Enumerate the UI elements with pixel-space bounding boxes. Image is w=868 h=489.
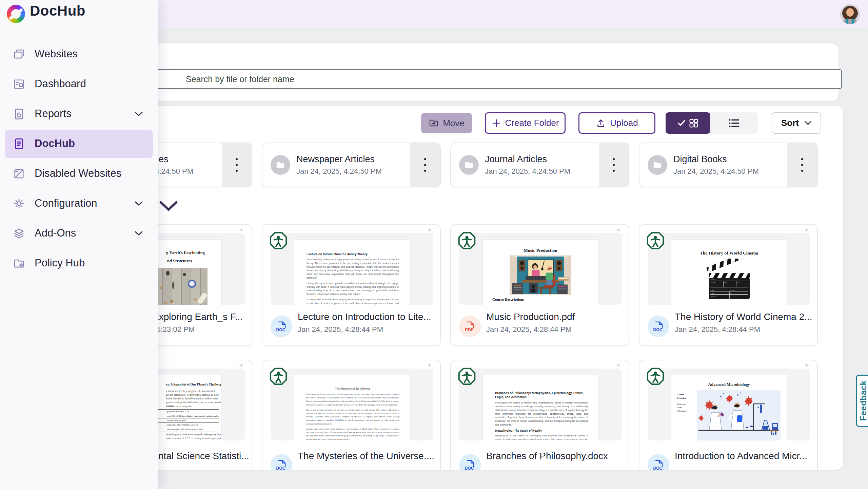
folder-date: Jan 24, 2025, 4:24:50 PM bbox=[296, 167, 382, 176]
table-row: ced annually: 380 million metric tons bbox=[154, 427, 219, 432]
doc-title: The History of World Cinema 2... bbox=[675, 312, 812, 322]
doc-thumbnail: The Mysteries of the Universe The myster… bbox=[271, 369, 433, 440]
svg-text:PDF: PDF bbox=[465, 327, 474, 332]
card-marker-icon: ∗ bbox=[239, 362, 243, 369]
thumb-paragraph: Metaphysics is the branch of philosophy … bbox=[495, 434, 588, 440]
accessibility-badge-icon bbox=[457, 231, 477, 250]
create-folder-button[interactable]: Create Folder bbox=[485, 112, 566, 134]
folder-kebab-menu[interactable] bbox=[787, 143, 817, 187]
upload-icon bbox=[596, 118, 606, 128]
doc-page-preview: Lecture on Introduction to Literary Theo… bbox=[294, 240, 410, 305]
sidebar-item-dochub[interactable]: DocHub bbox=[5, 130, 153, 158]
report-document-icon bbox=[12, 107, 26, 121]
chevron-down-icon bbox=[804, 120, 812, 126]
folder-card-digital-books[interactable]: Digital Books Jan 24, 2025, 4:24:50 PM bbox=[639, 143, 818, 187]
microbiology-lab-illustration bbox=[697, 390, 781, 440]
gear-icon bbox=[12, 197, 26, 210]
card-marker-icon: ∗ bbox=[239, 226, 243, 233]
search-input[interactable] bbox=[145, 69, 842, 89]
avatar-face bbox=[846, 8, 854, 17]
thumb-line: hasize the need for immediate action to … bbox=[166, 397, 221, 401]
avatar-body bbox=[843, 19, 857, 24]
doc-file-icon: DOC bbox=[271, 454, 292, 470]
doc-title: Lecture on Introduction to Lite... bbox=[298, 312, 431, 322]
doc-page-preview: The Mysteries of the Universe The myster… bbox=[294, 375, 410, 440]
doc-date: Jan 24, 2025, 4:28:44 PM bbox=[675, 325, 760, 334]
sidebar-item-add-ons[interactable]: Add-Ons bbox=[5, 219, 153, 248]
doc-title: Introduction to Advanced Micr... bbox=[675, 451, 807, 462]
doc-card-advanced-microbiology[interactable]: Advanced Microbiology Course Overview: W… bbox=[639, 360, 818, 470]
user-avatar[interactable] bbox=[840, 4, 860, 24]
thumb-line: t statistics in five key categories of e… bbox=[166, 390, 221, 393]
sidebar-item-dashboard[interactable]: Dashboard bbox=[5, 70, 153, 98]
thumb-paragraph: Another area of mystery in the universe … bbox=[306, 427, 399, 440]
doc-title: ntal Science Statisti... bbox=[158, 451, 249, 462]
doc-thumbnail: Advanced Microbiology Course Overview: W… bbox=[648, 369, 810, 440]
sidebar: DocHub Websites Dashboard Reports bbox=[0, 0, 158, 489]
thumb-line: erature increase of 1.2°C, is causing fa… bbox=[166, 437, 221, 440]
feedback-button[interactable]: Feedback bbox=[856, 375, 868, 427]
doc-page-preview: Advanced Microbiology Course Overview: W… bbox=[671, 375, 787, 440]
sidebar-item-label: Configuration bbox=[35, 197, 97, 209]
sidebar-item-reports[interactable]: Reports bbox=[5, 100, 153, 128]
upload-button[interactable]: Upload bbox=[578, 112, 655, 134]
plus-icon bbox=[492, 118, 501, 128]
thumb-title: Advanced Microbiology bbox=[671, 382, 787, 387]
doc-card-lecture-literary-theory[interactable]: Lecture on Introduction to Literary Theo… bbox=[262, 224, 441, 346]
thumb-line: practices and global collaboration, we c… bbox=[166, 401, 221, 405]
pdf-file-icon: PDF bbox=[459, 316, 481, 337]
sidebar-item-policy-hub[interactable]: Policy Hub bbox=[5, 249, 153, 278]
thumb-paragraph: Literary theory, at its core, provides u… bbox=[307, 282, 399, 296]
move-button[interactable]: Move bbox=[421, 113, 472, 133]
doc-title: Exploring Earth_s F... bbox=[153, 312, 243, 322]
sidebar-item-label: Websites bbox=[35, 48, 78, 60]
chevron-down-icon bbox=[134, 200, 143, 208]
folder-kebab-menu[interactable] bbox=[599, 143, 629, 187]
table-row: on hectares per year bbox=[154, 418, 219, 423]
doc-date: Jan 24, 2025, 4:28:44 PM bbox=[298, 325, 383, 334]
folder-kebab-menu[interactable] bbox=[410, 143, 440, 187]
thumb-heading: nd Structures bbox=[167, 259, 192, 264]
svg-text:DATE: DATE bbox=[711, 290, 714, 291]
svg-text:CAM: CAM bbox=[711, 293, 714, 294]
sidebar-item-configuration[interactable]: Configuration bbox=[5, 189, 153, 218]
thumb-line: Welcome bbox=[677, 402, 696, 406]
section-collapse-chevron[interactable] bbox=[159, 200, 178, 212]
doc-card-world-cinema[interactable]: The History of World Cinema bbox=[639, 224, 818, 346]
doc-thumbnail: The History of World Cinema bbox=[648, 233, 810, 305]
thumb-paragraph: To begin, let's consider why studying li… bbox=[307, 298, 399, 305]
sidebar-item-disabled-websites[interactable]: Disabled Websites bbox=[5, 159, 153, 188]
doc-card-branches-philosophy[interactable]: Branches of Philosophy: Metaphysics, Epi… bbox=[450, 360, 629, 470]
folder-kebab-menu[interactable] bbox=[222, 143, 252, 187]
svg-text:PROD.: PROD. bbox=[711, 279, 715, 280]
doc-card-music-production[interactable]: Music Production bbox=[450, 224, 629, 346]
avatar-strap bbox=[846, 19, 848, 24]
thumb-paragraph: The mysteries of the universe have fasci… bbox=[306, 393, 399, 407]
doc-date: Jan 24, 2025, 4:28:44 PM bbox=[486, 325, 572, 334]
doc-card-mysteries-universe[interactable]: The Mysteries of the Universe The myster… bbox=[262, 360, 441, 470]
accessibility-badge-icon bbox=[646, 231, 665, 250]
move-folder-icon bbox=[429, 118, 439, 128]
sidebar-item-websites[interactable]: Websites bbox=[5, 40, 153, 69]
folder-avatar bbox=[459, 155, 479, 175]
sort-button[interactable]: Sort bbox=[772, 112, 821, 134]
sidebar-item-label: Reports bbox=[35, 108, 72, 120]
thumb-paragraph: One of the greatest mysteries of the uni… bbox=[306, 408, 399, 426]
statistics-table: perature increase: 1.2°C ate: 100-1,000 … bbox=[153, 409, 219, 432]
thumb-line: ges our planet faces. By providing a sna… bbox=[166, 393, 221, 397]
thumb-line: Course bbox=[677, 393, 696, 396]
thumb-subheading: Metaphysics: The Study of Reality bbox=[495, 429, 588, 432]
feedback-label: Feedback bbox=[859, 380, 868, 421]
svg-text:DOC: DOC bbox=[276, 466, 285, 470]
table-row: related deaths: 7 million per year bbox=[154, 423, 219, 427]
grid-view-button[interactable] bbox=[666, 112, 710, 134]
thumb-heading: Lecture on Introduction to Literary Theo… bbox=[307, 252, 399, 256]
sidebar-item-label: DocHub bbox=[35, 137, 75, 150]
accessibility-badge-icon bbox=[646, 366, 665, 386]
folder-card-newspaper-articles[interactable]: Newspaper Articles Jan 24, 2025, 4:24:50… bbox=[262, 143, 441, 187]
svg-text:DOC: DOC bbox=[276, 327, 285, 332]
thumb-line: de and urgency of the environmental chal… bbox=[166, 433, 221, 437]
list-view-button[interactable] bbox=[710, 112, 758, 134]
table-row: ate: 100-1,000 times higher than natural… bbox=[154, 414, 219, 418]
folder-card-journal-articles[interactable]: Journal Articles Jan 24, 2025, 4:24:50 P… bbox=[450, 143, 629, 187]
